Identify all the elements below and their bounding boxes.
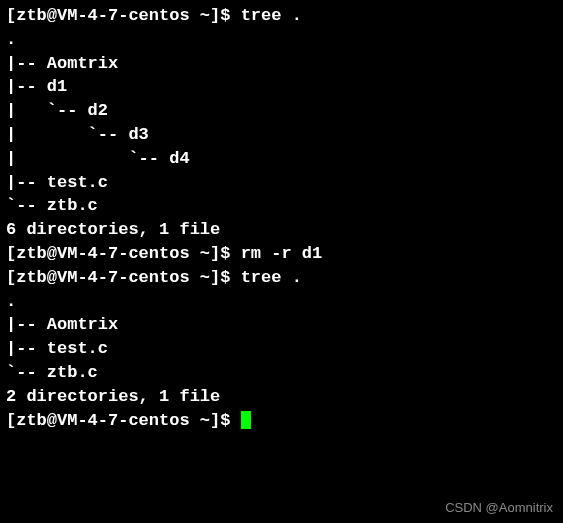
terminal-line: 2 directories, 1 file [6,385,557,409]
terminal-line: `-- ztb.c [6,194,557,218]
terminal-line: |-- test.c [6,171,557,195]
terminal-line: | `-- d2 [6,99,557,123]
terminal-output: [ztb@VM-4-7-centos ~]$ tree . . |-- Aomt… [6,4,557,432]
terminal-line: | `-- d3 [6,123,557,147]
terminal-line: `-- ztb.c [6,361,557,385]
cursor-icon [241,411,251,429]
terminal-line: |-- Aomtrix [6,313,557,337]
terminal-line: [ztb@VM-4-7-centos ~]$ tree . [6,4,557,28]
terminal-line: [ztb@VM-4-7-centos ~]$ tree . [6,266,557,290]
terminal-line: |-- test.c [6,337,557,361]
terminal-line: |-- Aomtrix [6,52,557,76]
terminal-line: . [6,290,557,314]
terminal-line: |-- d1 [6,75,557,99]
terminal-prompt: [ztb@VM-4-7-centos ~]$ [6,411,241,430]
watermark-text: CSDN @Aomnitrix [445,499,553,517]
terminal-line: [ztb@VM-4-7-centos ~]$ rm -r d1 [6,242,557,266]
terminal-line: | `-- d4 [6,147,557,171]
terminal-line: 6 directories, 1 file [6,218,557,242]
terminal-prompt-line[interactable]: [ztb@VM-4-7-centos ~]$ [6,409,557,433]
terminal-line: . [6,28,557,52]
